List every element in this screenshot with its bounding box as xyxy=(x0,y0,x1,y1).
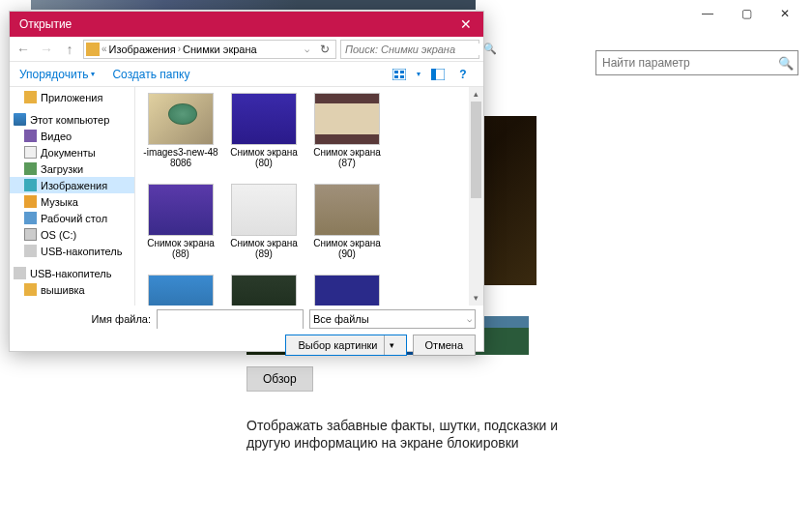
dialog-search[interactable]: 🔍 xyxy=(340,40,479,59)
file-name-label: -images3-new-488086 xyxy=(142,147,219,168)
sidebar-item-desktop[interactable]: Рабочий стол xyxy=(10,210,134,226)
file-item[interactable]: Снимок экрана(88) xyxy=(139,180,222,271)
nav-sidebar: Приложения Этот компьютер Видео Документ… xyxy=(10,87,135,306)
sidebar-item-usb2[interactable]: USB-накопитель xyxy=(10,265,134,281)
organize-button[interactable]: Упорядочить▾ xyxy=(19,68,95,81)
sidebar-item-label: Музыка xyxy=(41,196,78,208)
filename-label: Имя файла: xyxy=(17,313,151,325)
refresh-icon[interactable]: ↻ xyxy=(316,43,334,56)
pc-icon xyxy=(14,113,26,126)
cancel-button[interactable]: Отмена xyxy=(413,335,476,356)
file-thumbnail xyxy=(231,275,297,306)
new-folder-button[interactable]: Создать папку xyxy=(112,68,189,81)
file-thumbnail xyxy=(314,275,380,306)
sidebar-item-images[interactable]: Изображения xyxy=(10,177,134,193)
video-icon xyxy=(24,130,37,142)
usb-icon xyxy=(24,245,37,257)
scrollbar[interactable]: ▴ ▾ xyxy=(469,87,483,306)
chevron-down-icon: ⌵ xyxy=(467,314,472,324)
sidebar-item-label: Изображения xyxy=(41,180,107,191)
file-grid: -images3-new-488086 Снимок экрана(80) Сн… xyxy=(139,89,468,306)
scroll-down-icon[interactable]: ▾ xyxy=(469,291,483,306)
file-name-label: Снимок экрана(80) xyxy=(225,147,303,168)
maximize-button[interactable]: ▢ xyxy=(727,0,766,27)
minimize-button[interactable]: — xyxy=(688,0,727,27)
forward-button[interactable]: → xyxy=(37,40,56,59)
svg-rect-4 xyxy=(400,75,404,78)
sidebar-item-thispc[interactable]: Этот компьютер xyxy=(10,111,134,128)
images-icon xyxy=(24,179,37,191)
sidebar-item-label: USB-накопитель xyxy=(30,268,111,279)
file-filter-combo[interactable]: Все файлы⌵ xyxy=(309,309,476,329)
filename-input[interactable] xyxy=(157,309,304,329)
file-item[interactable]: Снимок экрана(89) xyxy=(222,180,305,271)
breadcrumb[interactable]: « Изображения › Снимки экрана ⌵ ↻ xyxy=(83,40,336,59)
filename-field[interactable] xyxy=(158,311,303,329)
file-item[interactable]: Снимок экрана(87) xyxy=(305,89,389,180)
chevron-down-icon[interactable]: ⌵ xyxy=(299,44,314,54)
file-item[interactable]: Снимок экрана(80) xyxy=(222,89,305,180)
view-thumbnails-button[interactable] xyxy=(389,65,410,84)
breadcrumb-part[interactable]: Снимки экрана xyxy=(183,44,257,55)
chevron-down-icon[interactable]: ▾ xyxy=(414,65,423,84)
sidebar-item-videos[interactable]: Видео xyxy=(10,128,134,144)
sidebar-item-docs[interactable]: Документы xyxy=(10,144,134,160)
file-thumbnail xyxy=(314,184,380,236)
sidebar-item-label: Документы xyxy=(41,147,96,159)
file-name-label: Снимок экрана(89) xyxy=(225,238,303,259)
music-icon xyxy=(24,195,37,208)
sidebar-item-downloads[interactable]: Загрузки xyxy=(10,160,134,177)
dialog-nav: ← → ↑ « Изображения › Снимки экрана ⌵ ↻ … xyxy=(10,37,483,62)
sidebar-item-osdrive[interactable]: OS (C:) xyxy=(10,226,134,243)
scroll-thumb[interactable] xyxy=(471,102,481,198)
open-file-dialog: Открытие ✕ ← → ↑ « Изображения › Снимки … xyxy=(9,11,484,352)
disk-icon xyxy=(24,228,37,241)
breadcrumb-part[interactable]: Изображения xyxy=(109,44,176,55)
sidebar-item-music[interactable]: Музыка xyxy=(10,193,134,210)
file-thumbnail xyxy=(148,93,214,145)
back-button[interactable]: ← xyxy=(14,40,33,59)
help-icon[interactable]: ? xyxy=(452,65,474,84)
close-icon[interactable]: ✕ xyxy=(449,12,483,37)
file-thumbnail xyxy=(314,93,380,145)
sidebar-item-embroidery[interactable]: вышивка xyxy=(10,281,134,298)
folder-icon xyxy=(24,91,37,103)
file-item[interactable]: Снимок экрана xyxy=(305,271,389,306)
sidebar-item-label: Видео xyxy=(41,131,72,142)
search-input[interactable] xyxy=(596,56,774,70)
sidebar-item-label: Этот компьютер xyxy=(30,114,109,126)
folder-icon xyxy=(86,43,100,56)
sidebar-item-label: OS (C:) xyxy=(41,229,76,241)
sidebar-item-label: USB-накопитель xyxy=(41,246,122,257)
settings-search[interactable]: 🔍 xyxy=(595,50,798,75)
usb-icon xyxy=(14,267,26,279)
close-button[interactable]: ✕ xyxy=(766,0,804,27)
dialog-footer: Имя файла: Все файлы⌵ Выбор картинки▾ От… xyxy=(10,306,483,360)
dialog-titlebar: Открытие ✕ xyxy=(10,12,483,37)
chevron-down-icon[interactable]: ▾ xyxy=(384,335,394,355)
open-button[interactable]: Выбор картинки▾ xyxy=(285,335,406,356)
sidebar-item-apps[interactable]: Приложения xyxy=(10,89,134,105)
search-icon: 🔍 xyxy=(483,43,497,55)
sidebar-item-usb[interactable]: USB-накопитель xyxy=(10,243,134,259)
up-button[interactable]: ↑ xyxy=(60,40,79,59)
view-details-button[interactable] xyxy=(427,65,449,84)
dialog-search-input[interactable] xyxy=(341,44,483,55)
browse-button[interactable]: Обзор xyxy=(246,366,313,392)
sidebar-item-label: Загрузки xyxy=(41,163,83,175)
document-icon xyxy=(24,146,37,159)
sidebar-item-label: Приложения xyxy=(41,92,102,103)
scroll-up-icon[interactable]: ▴ xyxy=(469,87,483,102)
dialog-title: Открытие xyxy=(19,17,449,31)
file-area: -images3-new-488086 Снимок экрана(80) Сн… xyxy=(135,87,483,306)
sidebar-item-label: вышивка xyxy=(41,284,85,296)
svg-rect-3 xyxy=(394,75,398,78)
file-item[interactable]: Снимок экрана(90) xyxy=(305,180,389,271)
file-item[interactable]: Снимок экрана(91) xyxy=(139,271,222,306)
chevron-down-icon: ▾ xyxy=(91,70,95,78)
file-item[interactable]: -images3-new-488086 xyxy=(139,89,222,180)
sidebar-item-label: Рабочий стол xyxy=(41,213,107,224)
file-item[interactable]: Снимок экрана(94) xyxy=(222,271,305,306)
button-label: Выбор картинки xyxy=(298,339,377,351)
lockscreen-tip-label: Отображать забавные факты, шутки, подска… xyxy=(246,417,594,451)
